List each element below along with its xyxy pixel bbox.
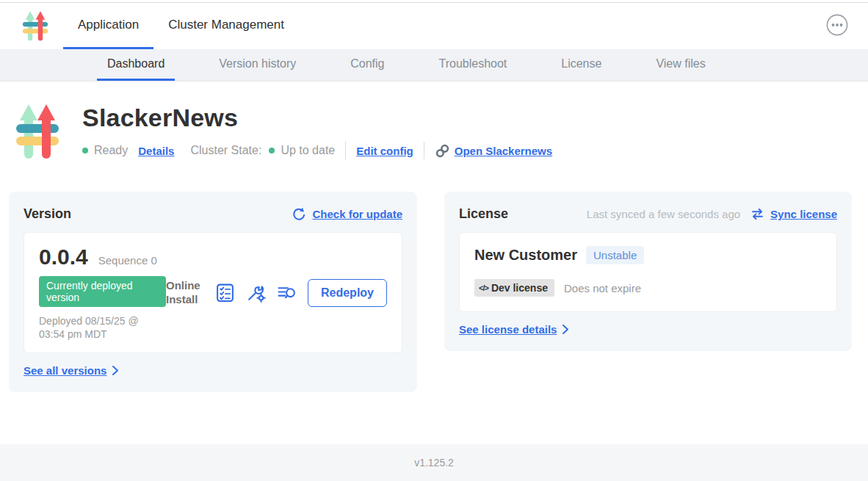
chevron-right-icon [112,365,119,376]
divider [345,142,346,159]
version-sequence: Sequence 0 [98,254,157,267]
chevron-right-icon [562,324,569,335]
lines-magnifier-icon [277,283,297,303]
subnav-tab-version-history-label: Version history [219,57,296,70]
deployed-version-badge: Currently deployed version [39,276,166,307]
app-status-text: Ready [94,144,128,157]
open-app-link-label: Open Slackernews [455,145,552,157]
subnav-tab-config-label: Config [350,57,384,70]
open-app-link[interactable]: Open Slackernews [435,143,552,159]
refresh-icon [292,207,306,222]
subnav-tab-dashboard[interactable]: Dashboard [97,49,175,81]
cluster-state-text: Up to date [281,144,335,157]
subnav-tab-license-label: License [561,57,601,70]
tab-cluster-management[interactable]: Cluster Management [153,3,299,49]
install-type-label: Online Install [166,279,204,307]
wrench-gear-icon [246,283,266,303]
customer-name: New Customer [474,247,577,264]
last-synced-text: Last synced a few seconds ago [587,208,740,220]
code-icon: </> [479,283,488,292]
cluster-state-dot [269,148,275,153]
license-card: License Last synced a few seconds ago Sy… [444,192,852,351]
subnav-tab-view-files[interactable]: View files [645,49,715,81]
subnav-tab-troubleshoot[interactable]: Troubleshoot [428,49,517,81]
see-all-versions-label: See all versions [23,364,106,377]
app-logo-icon [22,3,48,49]
divider [424,142,424,159]
subnav-tab-config[interactable]: Config [340,49,394,81]
subnav-tab-version-history[interactable]: Version history [209,49,306,81]
checklist-icon [215,283,235,303]
license-type-label: Dev license [491,282,548,294]
see-license-details-link[interactable]: See license details [459,323,569,336]
version-card-title: Version [23,206,71,222]
sync-license-link[interactable]: Sync license [770,208,837,220]
view-diff-button[interactable] [277,283,297,303]
tab-application-label: Application [78,18,139,32]
ellipsis-circle-icon [825,13,849,39]
current-version-panel: 0.0.4 Sequence 0 Currently deployed vers… [23,232,402,353]
version-card: Version Check for update 0.0.4 Seque [9,192,417,392]
edit-config-link[interactable]: Edit config [356,145,413,157]
deployed-timestamp: Deployed 08/15/25 @ 03:54 pm MDT [39,314,166,341]
app-status-row: Ready Details Cluster State: Up to date … [82,142,552,159]
version-config-button[interactable] [246,283,266,303]
subnav-tab-troubleshoot-label: Troubleshoot [438,57,507,70]
app-header: SlackerNews Ready Details Cluster State:… [0,82,868,192]
subnav-tab-view-files-label: View files [656,57,705,70]
see-license-details-label: See license details [459,323,557,336]
dashboard-cards: Version Check for update 0.0.4 Seque [9,192,852,392]
status-details-link[interactable]: Details [138,145,174,157]
subnav-tab-license[interactable]: License [551,49,612,81]
chain-link-icon [435,143,450,159]
license-detail-panel: New Customer Unstable </> Dev license Do… [459,232,837,312]
app-subnav: Dashboard Version history Config Trouble… [0,49,868,82]
version-number: 0.0.4 [39,245,88,270]
overflow-menu-button[interactable] [825,13,849,39]
footer: v1.125.2 [0,444,868,481]
console-version-text: v1.125.2 [414,457,454,469]
app-icon [15,102,60,165]
license-type-badge: </> Dev license [474,279,554,297]
subnav-tab-dashboard-label: Dashboard [107,57,164,70]
sync-arrows-icon [751,208,764,220]
cluster-state-label: Cluster State: [190,144,261,157]
admin-console-page: Application Cluster Management Dashboard… [0,0,868,481]
app-status-dot [82,148,88,153]
top-nav-tabs: Application Cluster Management [63,3,299,49]
see-all-versions-link[interactable]: See all versions [23,364,119,377]
license-card-title: License [459,206,508,222]
channel-badge: Unstable [586,246,644,264]
page-title: SlackerNews [82,104,552,132]
preflight-checks-button[interactable] [215,283,235,303]
redeploy-button[interactable]: Redeploy [308,279,387,307]
check-for-update-link[interactable]: Check for update [312,208,402,220]
top-navbar: Application Cluster Management [0,3,868,49]
tab-cluster-management-label: Cluster Management [168,18,284,32]
license-expiry-text: Does not expire [564,282,641,294]
tab-application[interactable]: Application [63,3,153,49]
